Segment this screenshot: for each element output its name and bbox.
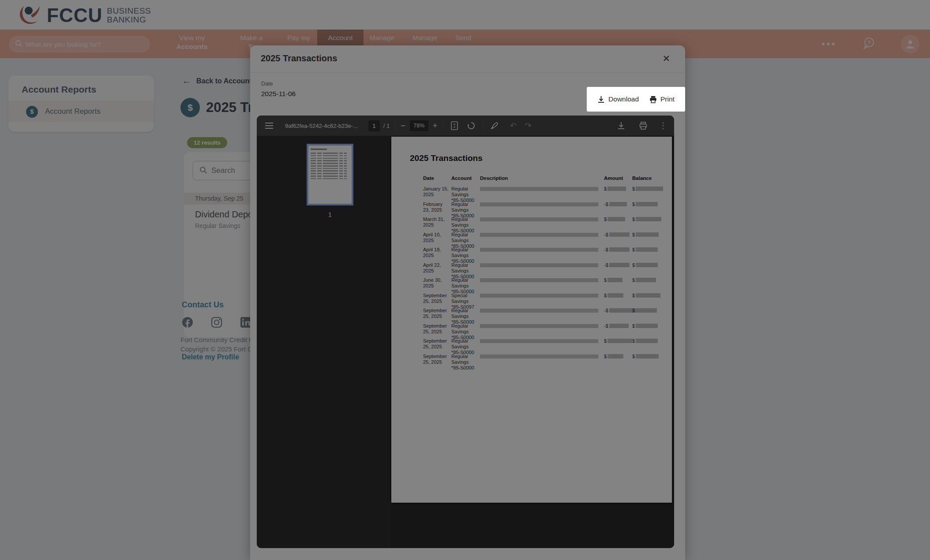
print-button[interactable]: Print (649, 95, 675, 103)
download-icon (597, 96, 605, 103)
print-icon (649, 96, 657, 103)
download-button[interactable]: Download (597, 95, 639, 103)
dim-overlay (0, 0, 930, 560)
download-print-spotlight: Download Print (587, 87, 685, 112)
